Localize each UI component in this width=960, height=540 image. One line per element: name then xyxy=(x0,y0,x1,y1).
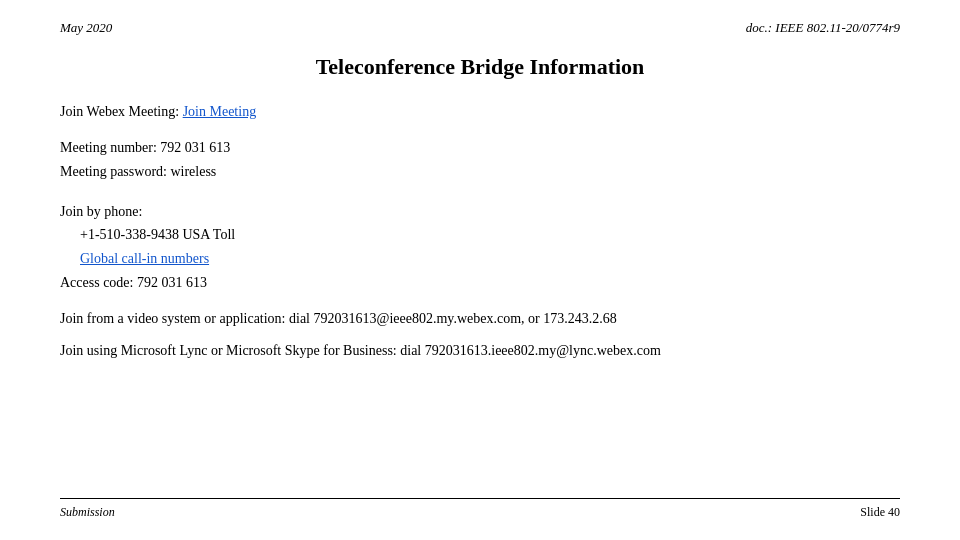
content: Join Webex Meeting: Join Meeting Meeting… xyxy=(60,104,900,498)
access-code-row: Access code: 792 031 613 xyxy=(60,271,900,295)
lync-section: Join using Microsoft Lync or Microsoft S… xyxy=(60,343,900,359)
meeting-details-section: Meeting number: 792 031 613 Meeting pass… xyxy=(60,136,900,184)
meeting-number-label: Meeting number: xyxy=(60,140,157,155)
footer-submission: Submission xyxy=(60,505,115,520)
meeting-password-label: Meeting password: xyxy=(60,164,167,179)
page-title: Teleconference Bridge Information xyxy=(60,54,900,80)
phone-section: Join by phone: +1-510-338-9438 USA Toll … xyxy=(60,200,900,295)
meeting-password-row: Meeting password: wireless xyxy=(60,160,900,184)
header-date: May 2020 xyxy=(60,20,112,36)
meeting-number-row: Meeting number: 792 031 613 xyxy=(60,136,900,160)
video-text: Join from a video system or application:… xyxy=(60,311,617,326)
access-code-value: 792 031 613 xyxy=(137,275,207,290)
join-meeting-link[interactable]: Join Meeting xyxy=(183,104,257,119)
access-code-label: Access code: xyxy=(60,275,133,290)
video-section: Join from a video system or application:… xyxy=(60,311,900,327)
header: May 2020 doc.: IEEE 802.11-20/0774r9 xyxy=(60,20,900,36)
header-doc: doc.: IEEE 802.11-20/0774r9 xyxy=(746,20,900,36)
join-webex-label: Join Webex Meeting: xyxy=(60,104,179,119)
phone-number: +1-510-338-9438 USA Toll xyxy=(60,223,900,247)
meeting-password-value: wireless xyxy=(170,164,216,179)
global-callin-anchor[interactable]: Global call-in numbers xyxy=(80,251,209,266)
global-callin-link: Global call-in numbers xyxy=(60,247,900,271)
meeting-number-value: 792 031 613 xyxy=(160,140,230,155)
phone-label: Join by phone: xyxy=(60,200,900,224)
footer-slide: Slide 40 xyxy=(860,505,900,520)
lync-text: Join using Microsoft Lync or Microsoft S… xyxy=(60,343,661,358)
footer: Submission Slide 40 xyxy=(60,498,900,520)
page: May 2020 doc.: IEEE 802.11-20/0774r9 Tel… xyxy=(0,0,960,540)
join-webex-section: Join Webex Meeting: Join Meeting xyxy=(60,104,900,120)
